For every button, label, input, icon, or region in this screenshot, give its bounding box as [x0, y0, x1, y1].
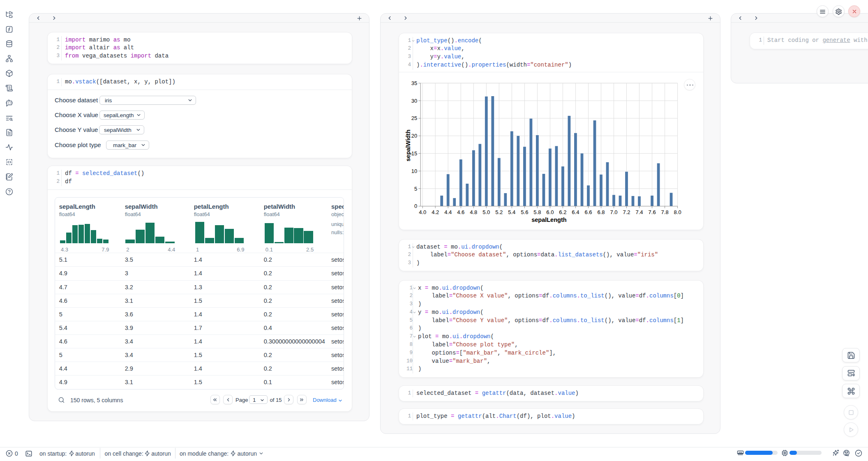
svg-text:25: 25	[411, 115, 417, 121]
svg-text:6.4: 6.4	[572, 209, 579, 215]
svg-text:6.0: 6.0	[546, 209, 554, 215]
svg-text:7.0: 7.0	[610, 209, 617, 215]
svg-text:4.6: 4.6	[457, 209, 464, 215]
svg-text:7.8: 7.8	[661, 209, 669, 215]
svg-text:7.4: 7.4	[635, 209, 643, 215]
svg-text:6.6: 6.6	[584, 209, 592, 215]
svg-text:20: 20	[411, 133, 417, 139]
svg-text:4.4: 4.4	[444, 209, 452, 215]
svg-text:7.6: 7.6	[649, 209, 656, 215]
svg-text:5.2: 5.2	[495, 209, 503, 215]
svg-text:15: 15	[411, 150, 417, 157]
svg-text:7.2: 7.2	[623, 209, 630, 215]
svg-text:sepalWidth: sepalWidth	[405, 129, 411, 161]
svg-text:5.0: 5.0	[482, 209, 490, 215]
svg-text:5.4: 5.4	[508, 209, 515, 215]
svg-text:sepalLength: sepalLength	[531, 217, 566, 223]
svg-text:5.6: 5.6	[521, 209, 528, 215]
svg-text:4.0: 4.0	[419, 209, 426, 215]
svg-text:0: 0	[414, 203, 417, 209]
svg-text:8.0: 8.0	[674, 209, 681, 215]
svg-text:4.2: 4.2	[432, 209, 439, 215]
svg-text:4.8: 4.8	[470, 209, 477, 215]
svg-text:6.8: 6.8	[597, 209, 605, 215]
svg-text:6.2: 6.2	[559, 209, 566, 215]
svg-text:5.8: 5.8	[533, 209, 541, 215]
svg-text:30: 30	[411, 98, 417, 104]
svg-text:10: 10	[411, 168, 417, 174]
svg-text:35: 35	[411, 80, 417, 86]
svg-text:5: 5	[414, 186, 417, 192]
